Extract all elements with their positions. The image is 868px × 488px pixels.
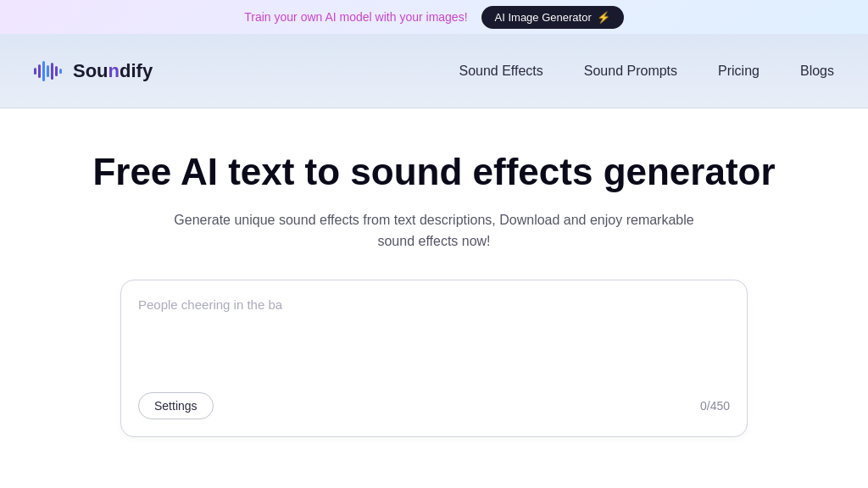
logo-area: Soundify xyxy=(34,59,153,83)
top-banner: Train your own AI model with your images… xyxy=(0,0,868,34)
nav-link-sound-effects[interactable]: Sound Effects xyxy=(459,64,542,79)
hero-subtitle: Generate unique sound effects from text … xyxy=(171,209,697,252)
hero-title: Free AI text to sound effects generator xyxy=(92,151,775,194)
sound-description-input[interactable]: People cheering in the ba xyxy=(138,297,730,382)
svg-rect-0 xyxy=(34,68,36,75)
nav-link-pricing[interactable]: Pricing xyxy=(718,64,760,79)
char-count: 0/450 xyxy=(700,399,730,413)
svg-rect-5 xyxy=(55,66,58,76)
ai-image-generator-button[interactable]: AI Image Generator ⚡ xyxy=(481,6,624,29)
nav-link-sound-prompts[interactable]: Sound Prompts xyxy=(584,64,677,79)
nav-link-blogs[interactable]: Blogs xyxy=(800,64,834,79)
svg-rect-3 xyxy=(47,65,49,77)
svg-rect-4 xyxy=(51,63,53,80)
lightning-icon: ⚡ xyxy=(597,11,610,24)
logo-waveform-icon xyxy=(34,59,64,83)
input-footer: Settings 0/450 xyxy=(138,392,730,419)
svg-rect-6 xyxy=(59,69,62,74)
main-content: Free AI text to sound effects generator … xyxy=(0,108,868,463)
settings-button[interactable]: Settings xyxy=(138,392,214,419)
nav-links: Sound Effects Sound Prompts Pricing Blog… xyxy=(459,64,834,79)
banner-text: Train your own AI model with your images… xyxy=(244,10,467,24)
svg-rect-1 xyxy=(38,64,41,78)
navbar: Soundify Sound Effects Sound Prompts Pri… xyxy=(0,34,868,108)
svg-rect-2 xyxy=(42,61,45,81)
banner-button-label: AI Image Generator xyxy=(495,11,592,24)
sound-input-container: People cheering in the ba Settings 0/450 xyxy=(120,280,748,437)
logo-text: Soundify xyxy=(73,60,153,82)
